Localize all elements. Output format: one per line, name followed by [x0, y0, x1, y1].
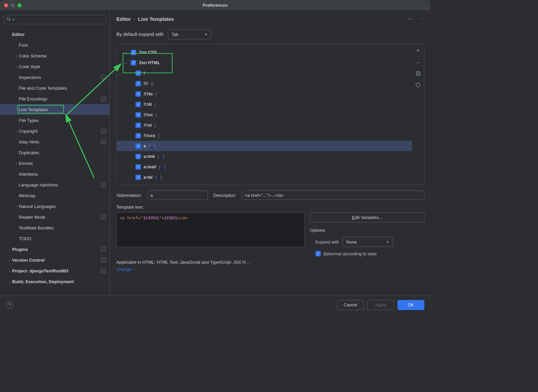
expand-default-select[interactable]: Tab ▼ — [168, 29, 212, 39]
template-desc: () — [151, 81, 154, 86]
chevron-right-icon: › — [7, 269, 12, 273]
remove-template-button[interactable]: － — [415, 58, 421, 67]
template-checkbox[interactable]: ✓ — [136, 71, 141, 76]
sidebar-item[interactable]: Font — [0, 40, 109, 50]
template-checkbox[interactable]: ✓ — [136, 123, 141, 128]
template-item[interactable]: ✓!!! () — [117, 78, 412, 89]
template-text-editor[interactable]: <a href="$VAR0$">$END$</a> — [116, 212, 305, 247]
template-group-label: Zen HTML — [139, 60, 160, 65]
template-desc: (...) — [159, 164, 166, 169]
abbreviation-label: Abbreviation: — [116, 193, 142, 198]
sidebar-item[interactable]: Duplicates — [0, 147, 109, 158]
sidebar-item[interactable]: ›Color Scheme — [0, 50, 109, 61]
nav-back-button[interactable]: ← — [408, 15, 414, 23]
abbreviation-input[interactable] — [147, 190, 208, 200]
sidebar-item[interactable]: File Encodings▭ — [0, 93, 109, 104]
sidebar-item[interactable]: Language Injections▭ — [0, 179, 109, 190]
template-item[interactable]: ✓a:link (...) — [117, 151, 412, 162]
template-group[interactable]: ›✓Zen CSS — [117, 47, 412, 57]
sidebar-item[interactable]: TODO — [0, 233, 109, 244]
settings-sidebar: ▾ EditorFont›Color Scheme›Code StyleInsp… — [0, 11, 110, 296]
ok-button[interactable]: OK — [397, 300, 424, 310]
sidebar-item[interactable]: ›Version Control▭ — [0, 255, 109, 265]
sidebar-item[interactable]: ›Copyright▭ — [0, 126, 109, 136]
search-history-dropdown-icon[interactable]: ▾ — [12, 18, 14, 21]
cancel-button[interactable]: Cancel — [337, 300, 364, 310]
template-item[interactable]: ✓a:tel (...) — [117, 172, 412, 182]
duplicate-template-button[interactable] — [415, 71, 421, 78]
search-input[interactable]: ▾ — [3, 15, 106, 24]
template-desc: ( — [155, 123, 156, 128]
template-item[interactable]: ✓! — [117, 68, 412, 78]
template-checkbox[interactable]: ✓ — [136, 164, 141, 170]
window-close-button[interactable] — [4, 3, 8, 7]
template-checkbox[interactable]: ✓ — [136, 102, 141, 107]
template-checkbox[interactable]: ✓ — [131, 60, 136, 66]
sidebar-item[interactable]: ›Build, Execution, Deployment — [0, 276, 109, 287]
sidebar-item-label: Font — [19, 43, 28, 48]
sidebar-item-label: Live Templates — [19, 107, 48, 112]
template-name: !!!4t — [144, 102, 152, 107]
reformat-checkbox[interactable]: ✓ — [315, 251, 321, 256]
template-name: ! — [144, 71, 145, 76]
description-input[interactable] — [242, 190, 424, 200]
sidebar-item[interactable]: Intentions — [0, 169, 109, 179]
search-icon — [6, 17, 11, 23]
sidebar-item[interactable]: ›Code Style — [0, 61, 109, 72]
sidebar-item-label: Inlay Hints — [19, 139, 39, 144]
template-desc: ( — [155, 102, 156, 107]
sidebar-item[interactable]: File and Code Templates — [0, 83, 109, 93]
sidebar-item-label: Inspections — [19, 75, 41, 80]
edit-variables-button[interactable]: Edit Variables... — [310, 212, 424, 222]
template-checkbox[interactable]: ✓ — [131, 50, 136, 55]
window-maximize-button[interactable] — [17, 3, 22, 7]
breadcrumb: Editor › Live Templates — [116, 16, 174, 22]
sidebar-item[interactable]: Live Templates — [0, 104, 109, 115]
template-checkbox[interactable]: ✓ — [136, 143, 141, 149]
sidebar-item[interactable]: Inspections▭ — [0, 72, 109, 83]
sidebar-item[interactable]: ›Emmet — [0, 158, 109, 169]
sidebar-item[interactable]: File Types — [0, 115, 109, 126]
sidebar-item-label: Intentions — [19, 172, 38, 177]
sidebar-item[interactable]: Plugins▭ — [0, 244, 109, 255]
sidebar-item[interactable]: ›Project: djangoTestRun803▭ — [0, 265, 109, 276]
template-checkbox[interactable]: ✓ — [136, 133, 141, 138]
sidebar-item-label: Project: djangoTestRun803 — [12, 268, 68, 273]
sidebar-item[interactable]: Inlay Hints▭ — [0, 136, 109, 147]
template-checkbox[interactable]: ✓ — [136, 81, 141, 86]
sidebar-item-label: TODO — [19, 236, 31, 241]
chevron-down-icon: ⌄ — [133, 267, 136, 271]
sidebar-item[interactable]: ›Natural Languages — [0, 201, 109, 212]
template-item[interactable]: ✓!!!xxs ( — [117, 130, 412, 141]
template-item[interactable]: ✓!!!4s ( — [117, 89, 412, 99]
description-label: Description: — [213, 193, 236, 198]
template-group[interactable]: ⌄✓Zen HTML — [117, 57, 412, 68]
template-item[interactable]: ✓!!!xt ( — [117, 120, 412, 130]
sidebar-item[interactable]: TextMate Bundles — [0, 222, 109, 233]
template-item[interactable]: ✓!!!4t ( — [117, 99, 412, 110]
add-template-button[interactable]: ＋ — [415, 46, 421, 54]
expand-with-label: Expand with — [315, 239, 339, 245]
chevron-right-icon: › — [14, 162, 19, 165]
settings-tree[interactable]: EditorFont›Color Scheme›Code StyleInspec… — [0, 27, 109, 296]
template-checkbox[interactable]: ✓ — [136, 175, 141, 180]
help-button[interactable]: ? — [6, 301, 13, 309]
change-context-link[interactable]: Change ⌄ — [116, 267, 424, 272]
template-checkbox[interactable]: ✓ — [136, 154, 141, 159]
sidebar-item[interactable]: Editor — [0, 29, 109, 40]
sidebar-item[interactable]: Reader Mode▭ — [0, 212, 109, 222]
sidebar-item[interactable]: Minimap — [0, 190, 109, 201]
applicable-context-text: Applicable in HTML: HTML Text; JavaScrip… — [116, 260, 250, 265]
window-minimize-button[interactable] — [11, 3, 15, 7]
chevron-down-icon: ▼ — [386, 240, 389, 244]
templates-tree[interactable]: ›✓Zen CSS⌄✓Zen HTML✓! ✓!!! ()✓!!!4s (✓!!… — [117, 44, 412, 185]
template-name: !!!xs — [144, 112, 153, 117]
template-item[interactable]: ✓a:mail (...) — [117, 162, 412, 172]
expand-with-select[interactable]: None ▼ — [343, 237, 393, 247]
chevron-right-icon: › — [14, 129, 19, 133]
template-item[interactable]: ✓a (...) — [117, 141, 412, 151]
template-checkbox[interactable]: ✓ — [136, 91, 141, 97]
template-item[interactable]: ✓!!!xs ( — [117, 110, 412, 120]
template-checkbox[interactable]: ✓ — [136, 112, 141, 118]
revert-template-button[interactable] — [415, 82, 421, 90]
